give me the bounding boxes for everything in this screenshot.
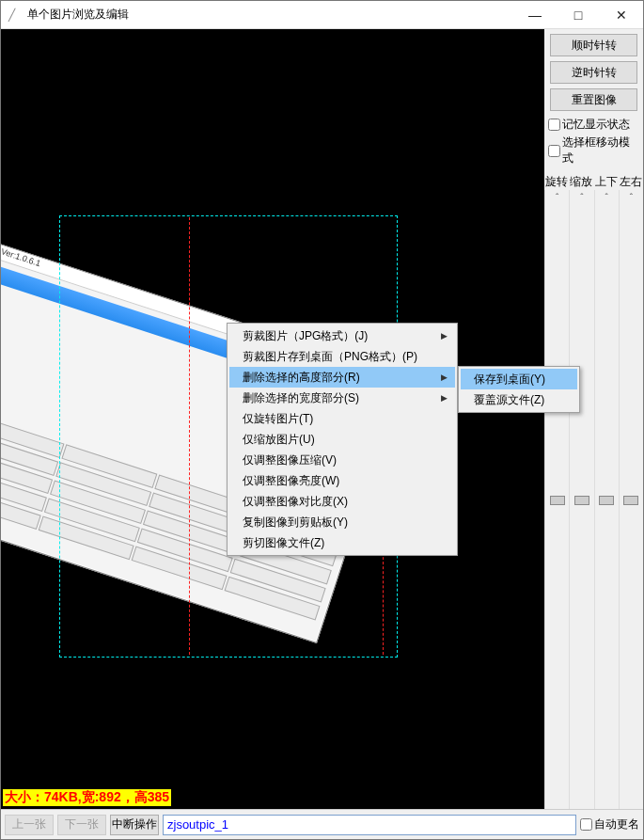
- submenu-arrow-icon: ▶: [441, 393, 448, 403]
- menu-crop-png-desktop[interactable]: 剪裁图片存到桌面（PNG格式）(P): [229, 346, 455, 367]
- context-submenu: 保存到桌面(Y) 覆盖源文件(Z): [458, 366, 580, 413]
- menu-adjust-brightness[interactable]: 仅调整图像亮度(W): [229, 470, 455, 491]
- slider-headers: 旋转 缩放 上下 左右: [544, 174, 643, 190]
- up-arrow-icon[interactable]: ˆ: [605, 190, 607, 205]
- prev-image-button[interactable]: 上一张: [5, 815, 54, 835]
- checkbox-group: 记忆显示状态 选择框移动模式: [548, 117, 639, 168]
- hdr-updown: 上下: [594, 174, 619, 190]
- app-icon: ╱: [8, 8, 22, 22]
- up-arrow-icon[interactable]: ˆ: [556, 190, 558, 205]
- submenu-save-desktop[interactable]: 保存到桌面(Y): [461, 369, 577, 389]
- menu-cut-file[interactable]: 剪切图像文件(Z): [229, 532, 455, 553]
- updown-slider[interactable]: ˆ ˇ: [594, 190, 619, 839]
- maximize-button[interactable]: □: [557, 1, 600, 28]
- menu-delete-height[interactable]: 删除选择的高度部分(R)▶: [229, 367, 455, 388]
- window: ╱ 单个图片浏览及编辑 — □ ✕ 批量文件处理压缩工具 周际一号 QQ:116…: [0, 0, 644, 840]
- up-arrow-icon[interactable]: ˆ: [580, 190, 583, 205]
- submenu-overwrite-source[interactable]: 覆盖源文件(Z): [461, 389, 577, 410]
- rotate-ccw-button[interactable]: 逆时针转: [550, 61, 637, 84]
- filename-input[interactable]: [163, 815, 576, 835]
- window-buttons: — □ ✕: [513, 1, 643, 28]
- selection-move-mode-checkbox[interactable]: 选择框移动模式: [548, 135, 639, 166]
- menu-delete-width[interactable]: 删除选择的宽度部分(S)▶: [229, 388, 455, 408]
- submenu-arrow-icon: ▶: [441, 372, 448, 382]
- hdr-rotate: 旋转: [544, 174, 569, 190]
- next-image-button[interactable]: 下一张: [57, 815, 106, 835]
- rotate-slider[interactable]: ˆ ˇ: [544, 190, 569, 839]
- rotate-cw-button[interactable]: 顺时针转: [550, 34, 637, 56]
- remember-state-checkbox[interactable]: 记忆显示状态: [548, 117, 639, 133]
- auto-rename-input[interactable]: [580, 818, 592, 831]
- close-button[interactable]: ✕: [600, 1, 643, 28]
- image-info-status: 大小：74KB,宽:892，高385: [3, 789, 171, 806]
- window-title: 单个图片浏览及编辑: [22, 7, 513, 23]
- menu-copy-clipboard[interactable]: 复制图像到剪贴板(Y): [229, 512, 455, 532]
- hdr-leftright: 左右: [619, 174, 643, 190]
- slider-tracks: ˆ ˇ ˆ ˇ ˆ ˇ ˆ ˇ: [544, 190, 643, 839]
- zoom-slider[interactable]: ˆ ˇ: [569, 190, 593, 839]
- minimize-button[interactable]: —: [513, 1, 557, 28]
- abort-button[interactable]: 中断操作: [110, 815, 159, 835]
- menu-only-rotate[interactable]: 仅旋转图片(T): [229, 408, 455, 429]
- right-panel: 顺时针转 逆时针转 重置图像 记忆显示状态 选择框移动模式 旋转 缩放 上下 左…: [544, 29, 643, 839]
- up-arrow-icon[interactable]: ˆ: [630, 190, 633, 205]
- remember-state-input[interactable]: [548, 119, 560, 131]
- titlebar: ╱ 单个图片浏览及编辑 — □ ✕: [1, 1, 643, 29]
- menu-only-zoom[interactable]: 仅缩放图片(U): [229, 429, 455, 450]
- submenu-arrow-icon: ▶: [441, 331, 448, 341]
- leftright-slider[interactable]: ˆ ˇ: [619, 190, 643, 839]
- bottom-toolbar: 上一张 下一张 中断操作 自动更名: [1, 809, 643, 839]
- menu-crop-jpg[interactable]: 剪裁图片（JPG格式）(J)▶: [229, 325, 455, 346]
- hdr-zoom: 缩放: [569, 174, 593, 190]
- context-menu: 剪裁图片（JPG格式）(J)▶ 剪裁图片存到桌面（PNG格式）(P) 删除选择的…: [227, 323, 458, 556]
- menu-adjust-compress[interactable]: 仅调整图像压缩(V): [229, 450, 455, 470]
- menu-adjust-contrast[interactable]: 仅调整图像对比度(X): [229, 491, 455, 512]
- selection-move-mode-input[interactable]: [548, 145, 560, 157]
- reset-image-button[interactable]: 重置图像: [550, 88, 637, 111]
- auto-rename-checkbox[interactable]: 自动更名: [580, 816, 639, 832]
- client-area: 批量文件处理压缩工具 周际一号 QQ:1164102 Ver:1.0.6.1 文…: [1, 29, 643, 839]
